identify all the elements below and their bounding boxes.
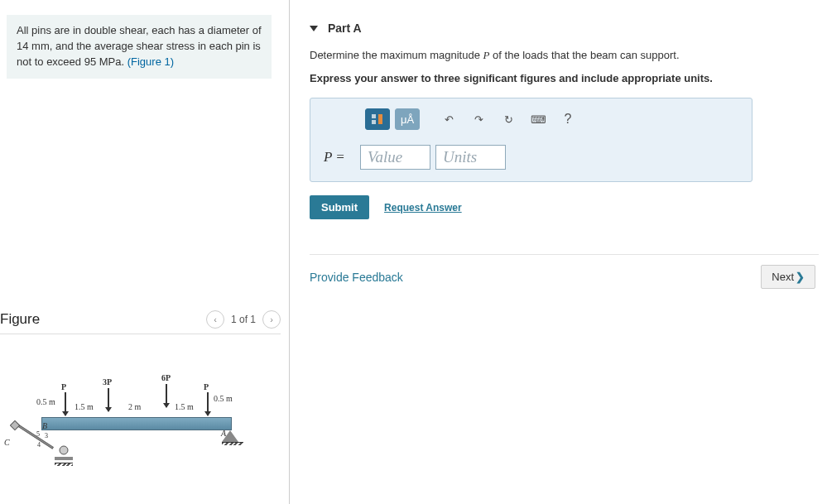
request-answer-link[interactable]: Request Answer xyxy=(384,202,462,214)
value-placeholder: Value xyxy=(368,148,402,166)
beam xyxy=(41,417,232,430)
question-post: of the loads that the beam can support. xyxy=(489,49,679,61)
load-arrow-p-left xyxy=(65,392,66,415)
figure-next-button[interactable]: › xyxy=(262,310,281,329)
svg-rect-5 xyxy=(378,114,382,124)
value-input[interactable]: Value xyxy=(360,145,430,170)
right-column: Part A Determine the maximum magnitude P… xyxy=(290,0,827,504)
answer-panel: μÅ ↶ ↷ ↻ ⌨ ? P = xyxy=(310,98,752,182)
template-picker-button[interactable] xyxy=(365,108,390,130)
help-icon: ? xyxy=(565,112,572,127)
feedback-row: Provide Feedback Next❯ xyxy=(310,254,819,289)
dim-1.5m-left: 1.5 m xyxy=(75,402,94,411)
label-b: B xyxy=(42,421,47,430)
mu-angstrom-icon: μÅ xyxy=(401,113,414,126)
angle-4: 4 xyxy=(37,441,41,449)
part-label: Part A xyxy=(328,22,362,35)
load-arrow-6p xyxy=(166,384,167,407)
submit-row: Submit Request Answer xyxy=(310,195,819,219)
svg-rect-4 xyxy=(372,120,376,124)
label-c: C xyxy=(4,438,10,447)
figure-prev-button[interactable]: ‹ xyxy=(206,310,224,329)
question-pre: Determine the maximum magnitude xyxy=(310,49,483,61)
figure-title: Figure xyxy=(0,311,40,328)
part-header[interactable]: Part A xyxy=(310,22,819,35)
answer-input-row: P = Value Units xyxy=(324,145,738,170)
label-6p: 6P xyxy=(161,373,171,382)
svg-point-1 xyxy=(60,446,68,454)
figure-diagram: P 3P 6P P 0.5 m 1.5 m 2 m 1.5 m 0.5 m B … xyxy=(0,351,248,471)
redo-button[interactable]: ↷ xyxy=(466,108,491,130)
figure-link[interactable]: (Figure 1) xyxy=(127,55,174,68)
next-button[interactable]: Next❯ xyxy=(761,265,815,289)
pin-c xyxy=(10,420,18,429)
equation-prefix: P = xyxy=(324,149,355,166)
left-column: All pins are in double shear, each has a… xyxy=(0,0,290,504)
svg-rect-3 xyxy=(372,114,376,118)
chevron-left-icon: ‹ xyxy=(214,314,217,324)
units-placeholder: Units xyxy=(443,148,477,166)
support-a xyxy=(222,430,240,454)
dim-1.5m-right: 1.5 m xyxy=(175,402,194,411)
submit-button[interactable]: Submit xyxy=(310,195,369,219)
load-arrow-3p xyxy=(108,388,109,411)
reset-icon: ↻ xyxy=(504,113,513,126)
figure-page-indicator: 1 of 1 xyxy=(231,314,256,325)
caret-down-icon xyxy=(310,26,318,31)
label-p-left: P xyxy=(61,382,66,391)
undo-icon: ↶ xyxy=(445,113,454,126)
fraction-icon xyxy=(371,113,384,125)
support-d xyxy=(55,444,71,460)
keyboard-icon: ⌨ xyxy=(531,113,546,126)
answer-instruction: Express your answer to three significant… xyxy=(310,71,819,86)
chevron-right-icon: ❯ xyxy=(796,271,805,283)
dim-0.5m-right: 0.5 m xyxy=(214,394,233,403)
dim-2m: 2 m xyxy=(128,402,141,411)
special-chars-button[interactable]: μÅ xyxy=(395,108,420,130)
angle-3: 3 xyxy=(45,432,48,439)
help-button[interactable]: ? xyxy=(555,108,580,130)
keyboard-button[interactable]: ⌨ xyxy=(526,108,551,130)
figure-nav: ‹ 1 of 1 › xyxy=(206,310,281,329)
provide-feedback-link[interactable]: Provide Feedback xyxy=(310,271,403,284)
problem-statement: All pins are in double shear, each has a… xyxy=(7,15,272,79)
undo-button[interactable]: ↶ xyxy=(436,108,461,130)
answer-toolbar: μÅ ↶ ↷ ↻ ⌨ ? xyxy=(365,108,738,130)
redo-icon: ↷ xyxy=(474,113,483,126)
label-3p: 3P xyxy=(103,377,112,386)
svg-rect-2 xyxy=(55,457,73,460)
chevron-right-icon: › xyxy=(270,314,273,324)
svg-rect-0 xyxy=(10,420,19,430)
units-input[interactable]: Units xyxy=(435,145,506,170)
figure-panel-header: Figure ‹ 1 of 1 › xyxy=(0,310,281,334)
label-p-right: P xyxy=(204,382,209,391)
reset-button[interactable]: ↻ xyxy=(496,108,521,130)
dim-0.5m-left: 0.5 m xyxy=(36,397,55,406)
load-arrow-p-right xyxy=(207,392,209,415)
question-text: Determine the maximum magnitude P of the… xyxy=(310,48,819,63)
next-label: Next xyxy=(772,271,794,283)
